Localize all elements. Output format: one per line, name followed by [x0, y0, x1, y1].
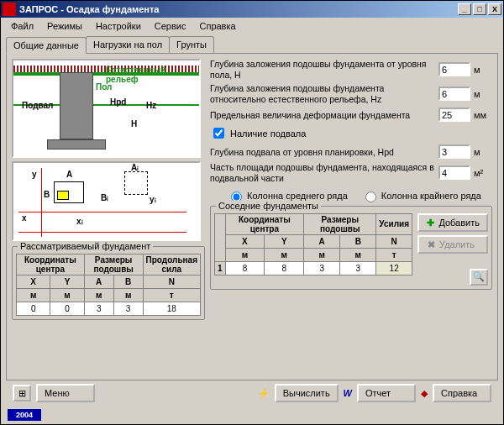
menu-service[interactable]: Сервис — [148, 19, 193, 33]
label-h: H — [131, 119, 137, 129]
grid-icon: ⊞ — [18, 388, 26, 399]
tab-page: Естественный рельеф Пол Подвал Hpd Hz H — [6, 53, 498, 380]
own-cell[interactable]: 3 — [113, 302, 143, 316]
maximize-button[interactable]: □ — [473, 3, 486, 15]
own-table[interactable]: Координаты центра Размеры подошвы Продол… — [16, 254, 201, 316]
label-basement-check: Наличие подвала — [230, 129, 306, 139]
check-basement[interactable] — [213, 128, 224, 139]
neighbor-caption: Соседние фундаменты — [216, 201, 321, 211]
menu-button[interactable]: Меню — [36, 384, 95, 402]
own-caption: Рассматриваемый фундамент — [18, 241, 153, 251]
main-window: ЗАПРОС - Осадка фундамента _ □ X Файл Ре… — [0, 0, 504, 425]
unit-depth-floor: м — [474, 65, 492, 75]
help-label: Справка — [441, 388, 477, 398]
label-x: x — [22, 213, 27, 223]
delete-button[interactable]: ✖Удалить — [417, 235, 488, 254]
n-u-Y: м — [265, 248, 304, 261]
diagram-section: Естественный рельеф Пол Подвал Hpd Hz H — [12, 59, 201, 158]
add-label: Добавить — [438, 218, 480, 228]
label-Ai: Aᵢ — [131, 163, 139, 172]
own-h-force: Продольная сила — [143, 254, 200, 275]
tab-loads[interactable]: Нагрузки на пол — [86, 36, 170, 53]
unit-basement-area: м² — [474, 168, 492, 178]
label-basement-area: Часть площади подошвы фундамента, находя… — [210, 162, 435, 183]
w-icon: W — [344, 388, 352, 398]
bolt-icon: ⚡ — [258, 388, 270, 399]
unit-basement-depth: м — [474, 147, 492, 157]
own-h-size: Размеры подошвы — [84, 254, 143, 275]
radio-middle-label: Колонна среднего ряда — [247, 191, 348, 201]
n-cell[interactable]: 3 — [340, 261, 376, 275]
own-u-N: т — [143, 289, 200, 302]
n-u-X: м — [225, 248, 265, 261]
n-u-N: т — [376, 248, 412, 261]
own-cell[interactable]: 0 — [17, 302, 50, 316]
report-label: Отчет — [365, 388, 391, 398]
year-badge: 2004 — [8, 409, 41, 421]
own-col-Y: Y — [50, 275, 84, 289]
detail-button[interactable]: 🔍 — [470, 269, 488, 286]
input-depth-floor[interactable] — [438, 62, 470, 76]
tab-strip: Общие данные Нагрузки на пол Грунты — [6, 36, 498, 53]
input-deform[interactable] — [438, 108, 470, 122]
own-cell[interactable]: 18 — [143, 302, 200, 316]
content: Общие данные Нагрузки на пол Грунты Есте… — [1, 34, 503, 424]
own-col-N: N — [143, 275, 200, 289]
menu-settings[interactable]: Настройки — [89, 19, 148, 33]
label-relief: Естественный рельеф — [106, 66, 199, 84]
n-u-B: м — [340, 248, 376, 261]
n-cell[interactable]: 12 — [376, 261, 412, 275]
n-h-force: Усилия — [376, 213, 412, 234]
book-icon: ◆ — [421, 388, 428, 399]
n-h-size: Размеры подошвы — [304, 213, 376, 234]
menu-icon-button[interactable]: ⊞ — [13, 385, 31, 401]
diagram-plan: A B Aᵢ Bᵢ xᵢ yᵢ x y — [12, 161, 201, 241]
n-h-coord: Координаты центра — [225, 213, 304, 234]
radio-edge[interactable]: Колонна крайнего ряда — [361, 189, 481, 202]
minimize-button[interactable]: _ — [458, 3, 471, 15]
menu-modes[interactable]: Режимы — [40, 19, 89, 33]
own-col-B: B — [113, 275, 143, 289]
menu-file[interactable]: Файл — [4, 19, 40, 33]
n-cell[interactable]: 8 — [265, 261, 304, 275]
unit-deform: мм — [474, 110, 492, 120]
neighbor-table[interactable]: Координаты центра Размеры подошвы Усилия… — [214, 213, 412, 275]
n-cell[interactable]: 8 — [225, 261, 265, 275]
menubar: Файл Режимы Настройки Сервис Справка — [1, 18, 503, 34]
del-label: Удалить — [439, 239, 475, 249]
own-col-X: X — [17, 275, 50, 289]
calc-label: Вычислить — [283, 388, 330, 398]
input-basement-depth[interactable] — [438, 144, 470, 159]
neighbor-group: Соседние фундаменты Координаты центра Ра… — [210, 206, 492, 290]
help-button[interactable]: Справка — [433, 384, 491, 402]
tab-general[interactable]: Общие данные — [6, 37, 87, 54]
n-col-A: A — [304, 234, 340, 248]
own-h-coord: Координаты центра — [17, 254, 85, 275]
titlebar: ЗАПРОС - Осадка фундамента _ □ X — [1, 1, 503, 18]
tab-soils[interactable]: Грунты — [169, 36, 214, 53]
report-button[interactable]: Отчет — [357, 384, 416, 402]
own-cell[interactable]: 0 — [50, 302, 84, 316]
x-icon: ✖ — [426, 239, 436, 249]
label-xi: xᵢ — [76, 217, 83, 226]
label-basement-depth: Глубина подвала от уровня планировки, Hp… — [210, 147, 435, 158]
add-button[interactable]: ✚Добавить — [417, 213, 488, 232]
own-col-A: A — [84, 275, 113, 289]
input-depth-relief[interactable] — [438, 87, 470, 101]
menu-help[interactable]: Справка — [192, 19, 242, 33]
own-u-A: м — [84, 289, 113, 302]
magnifier-icon: 🔍 — [473, 271, 485, 282]
radio-edge-input[interactable] — [365, 192, 376, 202]
n-cell[interactable]: 3 — [304, 261, 340, 275]
app-icon — [3, 3, 16, 16]
close-button[interactable]: X — [488, 3, 501, 15]
input-basement-area[interactable] — [438, 165, 470, 180]
own-foundation-group: Рассматриваемый фундамент Координаты цен… — [12, 246, 205, 320]
label-A: A — [66, 170, 72, 179]
label-hz: Hz — [146, 101, 156, 110]
n-col-X: X — [225, 234, 265, 248]
calc-button[interactable]: Вычислить — [275, 384, 339, 402]
label-Bi: Bᵢ — [101, 193, 108, 202]
radio-edge-label: Колонна крайнего ряда — [381, 191, 481, 201]
own-cell[interactable]: 3 — [84, 302, 113, 316]
